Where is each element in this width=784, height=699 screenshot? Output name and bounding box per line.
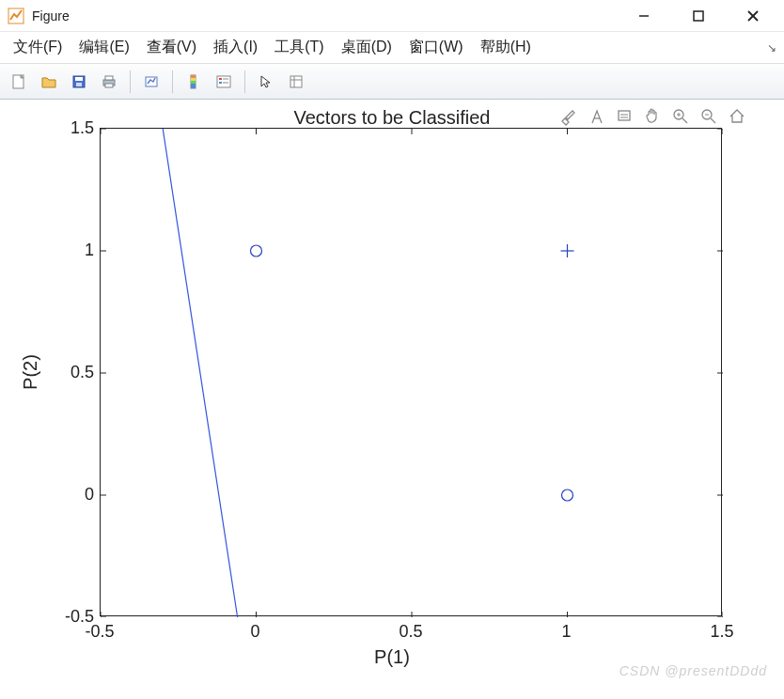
x-tick-label: 0.5 [399,622,422,642]
menu-expand-icon[interactable]: ↘ [767,41,776,54]
svg-rect-9 [76,83,82,86]
home-icon[interactable] [726,105,748,128]
svg-rect-12 [105,84,113,87]
y-tick-label: 0 [38,485,94,505]
svg-line-32 [682,118,687,123]
menu-tools[interactable]: 工具(T) [271,36,327,59]
svg-rect-28 [619,111,630,120]
x-tick-label: 1 [561,622,571,642]
axes[interactable] [100,128,722,616]
datatips-icon[interactable] [613,105,635,128]
menu-edit[interactable]: 编辑(E) [75,36,133,59]
rotate-icon[interactable] [585,105,607,128]
colorbar-button[interactable] [180,69,207,95]
menu-window[interactable]: 窗口(W) [405,36,467,59]
window-controls [630,5,776,27]
y-tick-label: 1 [38,241,94,260]
svg-rect-8 [75,77,83,81]
menu-view[interactable]: 查看(V) [143,36,200,59]
svg-rect-11 [105,76,113,80]
watermark: CSDN @presentDDdd [619,663,767,678]
link-plot-button[interactable] [138,69,165,95]
svg-rect-16 [191,78,196,81]
y-tick-label: -0.5 [38,607,94,627]
toolbar-separator [172,70,173,93]
menu-insert[interactable]: 插入(I) [210,36,261,59]
toolbar [0,64,784,100]
menubar: 文件(F) 编辑(E) 查看(V) 插入(I) 工具(T) 桌面(D) 窗口(W… [0,32,784,64]
titlebar: Figure [0,0,784,32]
plot-svg [101,129,723,617]
toolbar-separator [130,70,131,93]
svg-line-36 [711,118,715,123]
maximize-button[interactable] [684,5,713,27]
open-file-button[interactable] [36,69,62,95]
y-tick-label: 0.5 [38,363,94,382]
svg-point-58 [251,245,262,256]
x-tick-label: 0 [250,622,259,642]
zoom-out-icon[interactable] [698,105,720,128]
pan-icon[interactable] [641,105,664,128]
menu-desktop[interactable]: 桌面(D) [337,36,396,59]
svg-rect-18 [191,84,196,88]
new-figure-button[interactable] [6,69,32,95]
svg-rect-2 [694,11,703,21]
plot-area: Vectors to be Classified P(2) P( [0,100,784,699]
svg-rect-24 [290,76,302,87]
menu-file[interactable]: 文件(F) [9,36,66,59]
svg-rect-22 [219,82,222,84]
svg-rect-17 [191,81,196,84]
svg-point-59 [562,489,573,501]
legend-button[interactable] [211,69,237,95]
window-title: Figure [32,8,630,23]
x-tick-label: 1.5 [710,622,733,642]
minimize-button[interactable] [630,5,658,27]
brush-icon[interactable] [557,105,579,128]
close-button[interactable] [739,5,767,27]
zoom-in-icon[interactable] [669,105,692,128]
axes-toolbar [557,105,748,128]
print-button[interactable] [96,69,122,95]
edit-cursor-button[interactable] [253,69,279,95]
save-button[interactable] [66,69,92,95]
svg-rect-20 [219,78,222,80]
menu-help[interactable]: 帮助(H) [477,36,535,59]
toolbar-separator [244,70,245,93]
matlab-figure-icon [8,8,24,24]
svg-rect-15 [191,75,196,78]
property-editor-button[interactable] [283,69,309,95]
